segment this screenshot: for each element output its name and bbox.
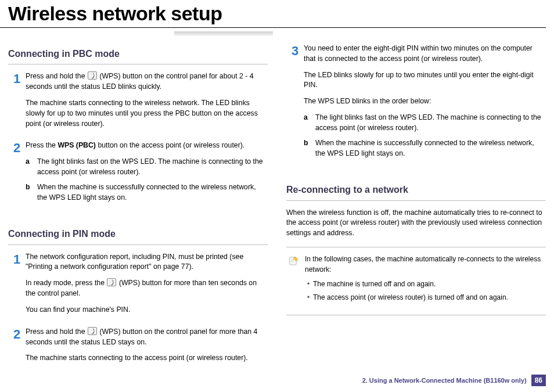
heading-reconnect: Re-connecting to a network — [286, 183, 546, 196]
page-title: Wireless network setup — [0, 0, 546, 28]
note-bullet: The machine is turned off and on again. — [305, 279, 544, 289]
sub-text: When the machine is successfully connect… — [315, 138, 546, 159]
footer-text: 2. Using a Network-Connected Machine (B1… — [362, 377, 527, 384]
tab-shadow — [0, 31, 554, 37]
heading-pbc: Connecting in PBC mode — [8, 47, 268, 60]
text: The LED blinks slowly for up to two minu… — [304, 70, 546, 91]
note-box: In the following cases, the machine auto… — [286, 247, 546, 315]
pin-step-1: 1 The network configuration report, incl… — [8, 252, 268, 321]
rule — [8, 244, 268, 245]
step-body: The network configuration report, includ… — [26, 252, 268, 321]
step-body: Press the WPS (PBC) button on the access… — [26, 141, 268, 207]
page-number: 86 — [531, 375, 546, 386]
step-number: 1 — [8, 252, 26, 321]
text: The WPS LED blinks in the order below: — [304, 96, 546, 107]
right-column: 3 You need to enter the eight-digit PIN … — [286, 44, 546, 375]
pin-step-2: 2 Press and hold the (WPS) button on the… — [8, 327, 268, 369]
sub-a: a The light blinks fast on the WPS LED. … — [304, 113, 546, 134]
sub-a: a The light blinks fast on the WPS LED. … — [26, 157, 268, 178]
sub-letter: a — [304, 113, 315, 134]
step-number: 2 — [8, 141, 26, 207]
wps-icon — [88, 71, 97, 80]
step-body: Press and hold the (WPS) button on the c… — [26, 71, 268, 135]
text: The network configuration report, includ… — [26, 252, 268, 273]
sub-letter: b — [304, 138, 315, 159]
text: You need to enter the eight-digit PIN wi… — [304, 44, 546, 64]
sub-b: b When the machine is successfully conne… — [26, 182, 268, 203]
sub-letter: a — [26, 157, 37, 178]
sub-b: b When the machine is successfully conne… — [304, 138, 546, 159]
step-body: Press and hold the (WPS) button on the c… — [26, 327, 268, 369]
text: The machine starts connecting to the wir… — [26, 98, 268, 129]
sub-text: The light blinks fast on the WPS LED. Th… — [315, 113, 546, 134]
reconnect-intro: When the wireless function is off, the m… — [286, 208, 546, 239]
rule — [286, 200, 546, 201]
text-bold: WPS (PBC) — [57, 141, 96, 149]
sub-letter: b — [26, 182, 37, 203]
rule — [8, 64, 268, 64]
wps-icon — [107, 278, 116, 286]
text: In ready mode, press the — [26, 279, 106, 287]
note-icon — [289, 254, 305, 307]
step-number: 2 — [8, 327, 26, 369]
wps-icon — [88, 327, 97, 335]
content-columns: Connecting in PBC mode 1 Press and hold … — [0, 44, 554, 375]
text: You can find your machine's PIN. — [26, 305, 268, 315]
note-line: In the following cases, the machine auto… — [305, 254, 544, 275]
step-body: You need to enter the eight-digit PIN wi… — [304, 44, 546, 163]
text: Press the — [26, 141, 57, 149]
pbc-step-1: 1 Press and hold the (WPS) button on the… — [8, 71, 268, 135]
text: Press and hold the — [26, 328, 87, 336]
step-number: 1 — [8, 71, 26, 135]
text: Press and hold the — [26, 72, 87, 80]
note-body: In the following cases, the machine auto… — [305, 254, 544, 307]
text: The machine starts connecting to the acc… — [26, 353, 268, 364]
footer: 2. Using a Network-Connected Machine (B1… — [362, 375, 546, 386]
pbc-step-2: 2 Press the WPS (PBC) button on the acce… — [8, 141, 268, 207]
left-column: Connecting in PBC mode 1 Press and hold … — [8, 44, 268, 375]
text: button on the access point (or wireless … — [98, 141, 244, 149]
note-bullet: The access point (or wireless router) is… — [305, 293, 544, 303]
sub-text: When the machine is successfully connect… — [37, 182, 268, 203]
heading-pin: Connecting in PIN mode — [8, 227, 268, 240]
sub-text: The light blinks fast on the WPS LED. Th… — [37, 157, 268, 178]
pin-step-3: 3 You need to enter the eight-digit PIN … — [286, 44, 546, 163]
step-number: 3 — [286, 44, 304, 163]
